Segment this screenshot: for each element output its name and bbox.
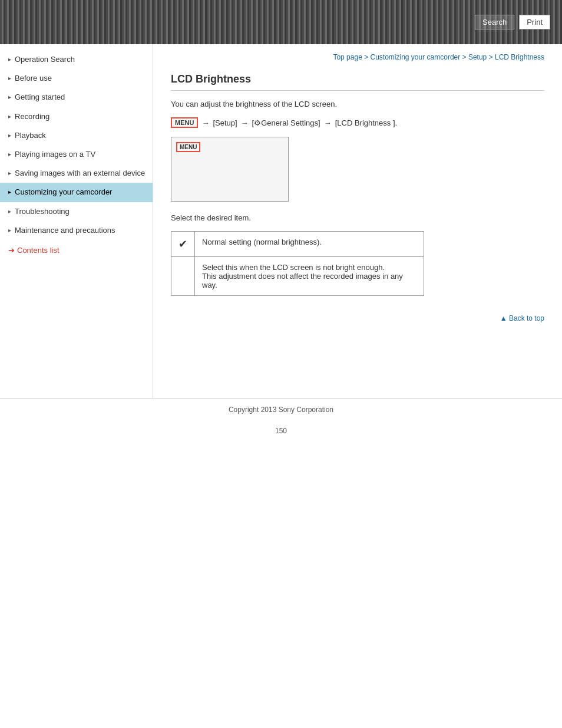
sidebar-item-4[interactable]: ▸Playback xyxy=(0,126,153,145)
search-button[interactable]: Search xyxy=(475,15,514,29)
arrow3: → xyxy=(324,118,332,127)
settings-icon: ⚙ xyxy=(254,118,261,127)
menu-instruction: MENU → [Setup] → [⚙General Settings] → [… xyxy=(171,117,544,128)
print-button[interactable]: Print xyxy=(519,15,550,29)
option-check-1 xyxy=(171,257,195,296)
contents-list-link[interactable]: ➔ Contents list xyxy=(0,240,153,261)
breadcrumb-setup[interactable]: Setup xyxy=(468,53,487,61)
contents-list-arrow: ➔ xyxy=(8,246,15,255)
sidebar-label-7: Customizing your camcorder xyxy=(15,187,112,197)
sidebar-item-6[interactable]: ▸Saving images with an external device xyxy=(0,164,153,183)
sidebar-label-9: Maintenance and precautions xyxy=(15,225,115,236)
breadcrumb-sep3: > xyxy=(487,53,495,61)
sidebar-arrow-6: ▸ xyxy=(8,169,11,177)
sidebar-item-5[interactable]: ▸Playing images on a TV xyxy=(0,145,153,164)
option-desc-0: Normal setting (normal brightness). xyxy=(195,232,424,257)
breadcrumb-current: LCD Brightness xyxy=(495,53,544,61)
sidebar-item-3[interactable]: ▸Recording xyxy=(0,107,153,126)
menu-button-label: MENU xyxy=(171,117,198,128)
sidebar-label-0: Operation Search xyxy=(15,54,75,65)
breadcrumb-top-page[interactable]: Top page xyxy=(333,53,362,61)
option-row-0[interactable]: ✔ Normal setting (normal brightness). xyxy=(171,232,424,257)
page-number: 150 xyxy=(0,421,562,441)
sidebar-arrow-8: ▸ xyxy=(8,207,11,216)
option-check-0: ✔ xyxy=(171,232,195,257)
sidebar-arrow-9: ▸ xyxy=(8,226,11,235)
header-bar: Search Print xyxy=(0,0,562,44)
sidebar-arrow-3: ▸ xyxy=(8,113,11,121)
sidebar-arrow-4: ▸ xyxy=(8,131,11,140)
back-to-top-link[interactable]: ▲ Back to top xyxy=(500,314,544,322)
breadcrumb: Top page > Customizing your camcorder > … xyxy=(171,53,544,61)
sidebar-label-4: Playback xyxy=(15,130,46,141)
options-table: ✔ Normal setting (normal brightness). Se… xyxy=(171,231,424,296)
select-instruction: Select the desired item. xyxy=(171,213,544,222)
breadcrumb-customizing[interactable]: Customizing your camcorder xyxy=(371,53,461,61)
sidebar-arrow-7: ▸ xyxy=(8,188,11,196)
sidebar-arrow-2: ▸ xyxy=(8,93,11,101)
sidebar-item-9[interactable]: ▸Maintenance and precautions xyxy=(0,221,153,240)
page-title: LCD Brightness xyxy=(171,73,544,91)
contents-list-label: Contents list xyxy=(17,246,59,255)
sidebar-item-7[interactable]: ▸Customizing your camcorder xyxy=(0,183,153,202)
sidebar-item-0[interactable]: ▸Operation Search xyxy=(0,50,153,69)
copyright: Copyright 2013 Sony Corporation xyxy=(229,406,333,414)
screenshot-menu-btn: MENU xyxy=(176,142,200,152)
option-row-1[interactable]: Select this when the LCD screen is not b… xyxy=(171,257,424,296)
back-to-top-row: ▲ Back to top xyxy=(171,314,544,322)
description: You can adjust the brightness of the LCD… xyxy=(171,100,544,108)
sidebar-item-1[interactable]: ▸Before use xyxy=(0,69,153,88)
step2: [⚙General Settings] xyxy=(252,118,320,127)
option-desc-1: Select this when the LCD screen is not b… xyxy=(195,257,424,296)
main-layout: ▸Operation Search▸Before use▸Getting sta… xyxy=(0,44,562,398)
sidebar-item-8[interactable]: ▸Troubleshooting xyxy=(0,202,153,221)
arrow1: → xyxy=(201,118,209,127)
sidebar-label-3: Recording xyxy=(15,111,49,122)
screenshot-box: MENU xyxy=(171,137,289,202)
footer: Copyright 2013 Sony Corporation xyxy=(0,398,562,421)
sidebar-arrow-1: ▸ xyxy=(8,74,11,83)
sidebar-label-6: Saving images with an external device xyxy=(15,168,145,179)
arrow2: → xyxy=(241,118,249,127)
sidebar-arrow-5: ▸ xyxy=(8,150,11,159)
sidebar-label-8: Troubleshooting xyxy=(15,206,70,217)
content-area: Top page > Customizing your camcorder > … xyxy=(153,44,562,398)
sidebar-item-2[interactable]: ▸Getting started xyxy=(0,88,153,107)
sidebar-label-5: Playing images on a TV xyxy=(15,149,95,160)
sidebar-arrow-0: ▸ xyxy=(8,55,11,64)
step1: [Setup] xyxy=(213,118,237,127)
breadcrumb-sep2: > xyxy=(460,53,468,61)
step3: [LCD Brightness ]. xyxy=(335,118,398,127)
sidebar-label-2: Getting started xyxy=(15,92,65,103)
breadcrumb-sep1: > xyxy=(362,53,371,61)
sidebar: ▸Operation Search▸Before use▸Getting sta… xyxy=(0,44,153,398)
sidebar-label-1: Before use xyxy=(15,73,52,84)
